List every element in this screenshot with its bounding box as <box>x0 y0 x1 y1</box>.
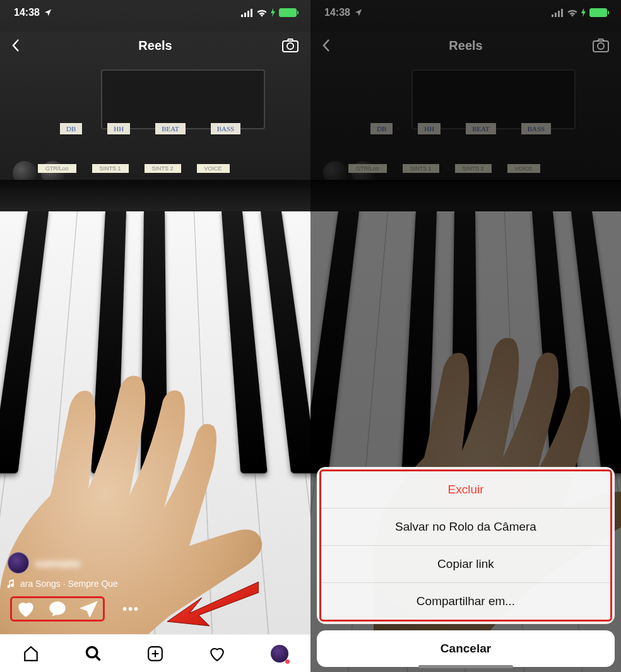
header-title: Reels <box>449 38 482 53</box>
tape-label: GTR/Loo <box>38 164 76 173</box>
comment-icon[interactable] <box>49 601 66 617</box>
svg-point-13 <box>598 43 604 49</box>
svg-rect-8 <box>552 15 553 17</box>
tape-label: HH <box>107 123 130 134</box>
tape-label: VOICE <box>197 164 230 173</box>
location-arrow-icon <box>44 8 52 17</box>
signal-icon <box>241 8 254 17</box>
music-note-icon <box>8 579 15 588</box>
tab-profile[interactable] <box>270 644 289 663</box>
home-icon <box>23 645 39 662</box>
tape-label: BEAT <box>155 123 186 134</box>
tab-add-post[interactable] <box>146 644 165 663</box>
tab-search[interactable] <box>84 644 103 663</box>
annotation-arrow-icon <box>164 579 259 629</box>
sheet-item-save[interactable]: Salvar no Rolo da Câmera <box>321 508 610 545</box>
svg-point-6 <box>86 647 97 657</box>
sheet-item-share[interactable]: Compartilhar em... <box>321 582 610 620</box>
camera-icon[interactable] <box>281 38 299 53</box>
sheet-item-copy-link[interactable]: Copiar link <box>321 545 610 582</box>
phone-screenshot-left: DB HH BEAT BASS GTR/Loo SINTS 1 SINTS 2 … <box>0 0 310 672</box>
share-icon[interactable] <box>80 601 98 617</box>
home-indicator[interactable] <box>418 665 513 668</box>
tape-label: BASS <box>211 123 241 134</box>
heart-outline-icon <box>209 646 225 661</box>
charging-icon <box>270 8 276 17</box>
wifi-icon <box>256 8 268 17</box>
battery-icon <box>589 8 607 17</box>
battery-icon <box>279 8 297 17</box>
author-username[interactable]: username <box>35 558 80 569</box>
tab-home[interactable] <box>21 644 40 663</box>
tape-label: SINTS 1 <box>92 164 129 173</box>
reel-footer: username ara Songs · Sempre Que ••• <box>0 552 310 628</box>
signal-icon <box>552 8 564 17</box>
action-sheet: Excluir Salvar no Rolo da Câmera Copiar … <box>317 467 615 667</box>
music-text: ara Songs · Sempre Que <box>20 579 118 589</box>
location-arrow-icon <box>354 8 363 17</box>
like-icon[interactable] <box>17 601 35 617</box>
back-icon[interactable] <box>11 38 20 52</box>
svg-rect-10 <box>558 11 560 17</box>
tape-label: DB <box>60 123 82 134</box>
annotation-highlight-box <box>10 596 105 622</box>
camera-icon[interactable] <box>592 38 610 53</box>
charging-icon <box>581 8 587 17</box>
status-time: 14:38 <box>324 7 350 18</box>
profile-avatar-icon <box>271 645 288 663</box>
status-bar: 14:38 <box>310 0 621 25</box>
svg-rect-3 <box>251 9 252 17</box>
wifi-icon <box>567 8 578 17</box>
phone-screenshot-right: DB HH BEAT BASS GTR/Loo SINTS 1 SINTS 2 … <box>310 0 621 672</box>
reels-header: Reels <box>0 30 310 61</box>
svg-rect-9 <box>555 13 557 17</box>
search-icon <box>85 645 102 663</box>
status-bar: 14:38 <box>0 0 310 25</box>
status-time: 14:38 <box>14 7 40 18</box>
sheet-item-delete[interactable]: Excluir <box>321 471 610 508</box>
header-title: Reels <box>138 38 172 53</box>
tape-label: SINTS 2 <box>145 164 181 173</box>
tab-activity[interactable] <box>208 644 227 663</box>
svg-point-5 <box>287 43 293 49</box>
bottom-tab-bar <box>0 634 310 672</box>
author-avatar[interactable] <box>8 552 29 574</box>
svg-rect-1 <box>244 13 246 17</box>
plus-square-icon <box>147 645 163 662</box>
reels-header: Reels <box>310 30 621 61</box>
back-icon[interactable] <box>322 38 331 52</box>
svg-rect-11 <box>561 9 563 17</box>
sheet-cancel-button[interactable]: Cancelar <box>317 630 615 667</box>
svg-rect-2 <box>247 11 249 17</box>
annotation-highlight-box: Excluir Salvar no Rolo da Câmera Copiar … <box>319 469 612 622</box>
more-options-button[interactable]: ••• <box>122 602 139 616</box>
svg-rect-0 <box>241 15 243 17</box>
